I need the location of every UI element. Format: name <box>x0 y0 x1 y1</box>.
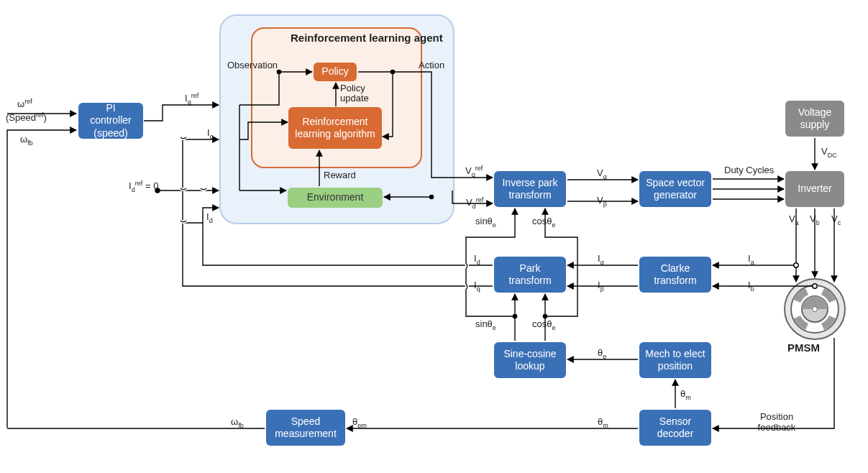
svg-point-18 <box>794 263 798 267</box>
svg-point-5 <box>155 188 160 193</box>
svg-point-8 <box>429 195 433 198</box>
connectors <box>0 0 868 473</box>
svg-point-19 <box>813 284 817 288</box>
diagram-canvas: Reinforcement learning agent PI controll… <box>0 0 868 473</box>
